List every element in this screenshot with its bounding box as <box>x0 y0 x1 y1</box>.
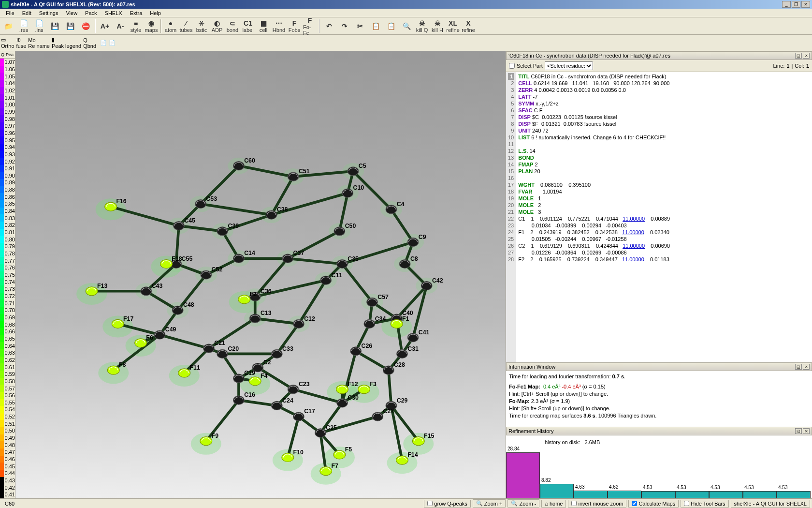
hide-toolbars-checkbox[interactable] <box>684 501 689 506</box>
history-close-button[interactable]: ✕ <box>803 428 810 434</box>
code-line-21[interactable]: MOLE 3 <box>518 209 810 215</box>
code-line-19[interactable]: MOLE 1 <box>518 195 810 202</box>
code-line-16[interactable] <box>518 175 810 181</box>
toolbar-killh-button[interactable]: ☠kill H <box>430 19 445 33</box>
code-line-11[interactable] <box>518 141 810 148</box>
history-undock-button[interactable]: ◱ <box>795 428 802 434</box>
code-line-2[interactable]: CELL 0.6214 19.669 11.041 19.160 90.000 … <box>518 80 810 87</box>
grow-qpeaks-checkbox[interactable] <box>427 501 433 506</box>
toolbar-killq-button[interactable]: ☠kill Q <box>415 19 429 33</box>
toolbar-find-button[interactable]: 🔍 <box>399 19 414 33</box>
code-line-26[interactable]: C2 1 0.619129 0.690311 0.424844 11.00000… <box>518 242 810 249</box>
toolbar-aplus-button[interactable]: A+ <box>98 19 112 33</box>
toolbar-saveas-button[interactable]: 💾 <box>63 19 77 33</box>
toolbar-ins-button[interactable]: 📄.ins <box>32 19 46 33</box>
code-line-8[interactable]: DISP $F 0.01321 0.00783 !source kissel <box>518 120 810 127</box>
history-bar-5[interactable]: 4.53 <box>675 491 709 498</box>
zoom-in-button[interactable]: 🔍Zoom + <box>473 499 506 508</box>
toolbar-bond-button[interactable]: ⊂bond <box>225 19 240 33</box>
toolbar-tubes-button[interactable]: ∕tubes <box>179 19 193 33</box>
menu-help[interactable]: Help <box>146 9 165 17</box>
code-line-24[interactable]: F1 2 0.243919 0.382452 0.342538 11.00000… <box>518 229 810 236</box>
toolbar-fuse-button[interactable]: ⊕fuse <box>16 37 27 49</box>
calculate-maps-toggle[interactable]: Calculate Maps <box>628 500 679 508</box>
toolbar-open-button[interactable]: 📁 <box>1 19 15 33</box>
toolbar-ortho-button[interactable]: ▭Ortho <box>1 37 14 49</box>
hide-toolbars-toggle[interactable]: Hide Tool Bars <box>681 500 728 508</box>
code-line-14[interactable]: FMAP 2 <box>518 161 810 168</box>
toolbar-maps-button[interactable]: ◉maps <box>144 19 159 33</box>
history-bar-1[interactable]: 8.82 <box>540 484 574 498</box>
molecule-viewport[interactable]: C60C51C5C53C38C10C45C39C50C4C14C37C35C9C… <box>15 51 506 498</box>
toolbar-adp-button[interactable]: ◐ADP <box>210 19 224 33</box>
menu-view[interactable]: View <box>62 9 81 17</box>
code-line-1[interactable]: TITL C60F18 in Cc - synchrotron data (DI… <box>518 73 810 80</box>
toolbar-undo-button[interactable]: ↶ <box>322 19 336 33</box>
toolbar-fofc-button[interactable]: FFo-Fc <box>303 19 317 33</box>
invert-zoom-checkbox[interactable] <box>571 501 577 506</box>
menu-file[interactable]: File <box>2 9 18 17</box>
atom-C27[interactable]: C27 <box>372 408 394 421</box>
maximize-button[interactable]: ❐ <box>792 1 800 8</box>
code-line-10[interactable]: LIST 6 ! automatically inserted. Change … <box>518 134 810 141</box>
info-undock-button[interactable]: ◱ <box>795 364 802 370</box>
code-editor[interactable]: 1234567891011121314151617181920212223242… <box>506 72 812 362</box>
code-line-3[interactable]: ZERR 4 0.0042 0.0013 0.0019 0.0 0.0056 0… <box>518 87 810 93</box>
menu-settings[interactable]: Settings <box>35 9 62 17</box>
code-line-22[interactable]: C1 1 0.601124 0.775221 0.471044 11.00000… <box>518 215 810 222</box>
toolbar-style-button[interactable]: ≡style <box>129 19 143 33</box>
toolbar-doc2-button[interactable]: 📄 <box>109 40 116 46</box>
menu-extra[interactable]: Extra <box>126 9 146 17</box>
toolbar-redo-button[interactable]: ↷ <box>337 19 352 33</box>
code-line-25[interactable]: 0.01505 -0.00244 0.00967 -0.01258 <box>518 236 810 242</box>
toolbar-rename-button[interactable]: MoRe name <box>28 37 50 49</box>
minimize-button[interactable]: _ <box>782 1 791 8</box>
history-bar-4[interactable]: 4.53 <box>641 491 675 498</box>
menu-edit[interactable]: Edit <box>18 9 35 17</box>
code-line-9[interactable]: UNIT 240 72 <box>518 127 810 134</box>
toolbar-close-button[interactable]: ⛔ <box>78 19 93 33</box>
history-panel[interactable]: history on disk: 2.6MB 28.848.824.634.62… <box>506 435 812 498</box>
atom-C41[interactable]: C41 <box>407 329 429 342</box>
toolbar-refine-button[interactable]: XLrefine <box>446 19 460 33</box>
grow-qpeaks-toggle[interactable]: grow Q-peaks <box>424 500 470 508</box>
toolbar-peaklegend-button[interactable]: ▮Peak legend <box>52 37 81 49</box>
toolbar-res-button[interactable]: 📄.res <box>16 19 31 33</box>
toolbar-paste-button[interactable]: 📋 <box>384 19 398 33</box>
toolbar-copy-button[interactable]: 📋 <box>368 19 383 33</box>
menu-shelx[interactable]: SHELX <box>101 9 126 17</box>
atom-C33[interactable]: C33 <box>272 345 293 359</box>
toolbar-doc1-button[interactable]: 📄 <box>100 40 107 46</box>
editor-undock-button[interactable]: ◱ <box>795 53 802 59</box>
close-button[interactable]: ✕ <box>801 1 810 8</box>
toolbar-cell-button[interactable]: ▦cell <box>256 19 271 33</box>
select-part-checkbox[interactable] <box>509 63 515 69</box>
toolbar-refine2-button[interactable]: Xrefine <box>461 19 476 33</box>
history-bar-2[interactable]: 4.63 <box>574 491 608 498</box>
toolbar-bstic-button[interactable]: ⚹bstic <box>194 19 209 33</box>
home-button[interactable]: ⌂home <box>541 500 566 508</box>
history-bar-8[interactable]: 4.53 <box>777 491 811 498</box>
code-line-13[interactable]: BOND <box>518 154 810 161</box>
atom-C28[interactable]: C28 <box>383 361 405 374</box>
atom-C25[interactable]: C25 <box>315 424 337 437</box>
toolbar-qbnd-button[interactable]: QQbnd <box>83 37 96 49</box>
code-line-23[interactable]: 0.01034 -0.00399 0.00294 -0.00403 <box>518 222 810 229</box>
history-bar-0[interactable]: 28.84 <box>506 452 540 498</box>
code-line-12[interactable]: L.S. 14 <box>518 148 810 154</box>
code-line-18[interactable]: FVAR 1.00194 <box>518 188 810 195</box>
toolbar-aminus-button[interactable]: A- <box>113 19 128 33</box>
zoom-out-button[interactable]: 🔍Zoom - <box>508 499 539 508</box>
toolbar-hbnd-button[interactable]: ⋯Hbnd <box>272 19 286 33</box>
history-bar-7[interactable]: 4.53 <box>743 491 777 498</box>
atom-C20[interactable]: C20 <box>217 345 239 359</box>
code-line-20[interactable]: MOLE 2 <box>518 202 810 209</box>
info-close-button[interactable]: ✕ <box>803 364 810 370</box>
toolbar-fobs-button[interactable]: FFobs <box>287 19 302 33</box>
toolbar-cut-button[interactable]: ✂ <box>353 19 367 33</box>
toolbar-label-button[interactable]: C1label <box>241 19 255 33</box>
code-line-27[interactable]: 0.01226 -0.00364 0.00269 -0.00086 <box>518 249 810 256</box>
calc-maps-checkbox[interactable] <box>632 501 637 506</box>
code-line-17[interactable]: WGHT 0.088100 0.395100 <box>518 181 810 188</box>
toolbar-save-button[interactable]: 💾 <box>47 19 62 33</box>
